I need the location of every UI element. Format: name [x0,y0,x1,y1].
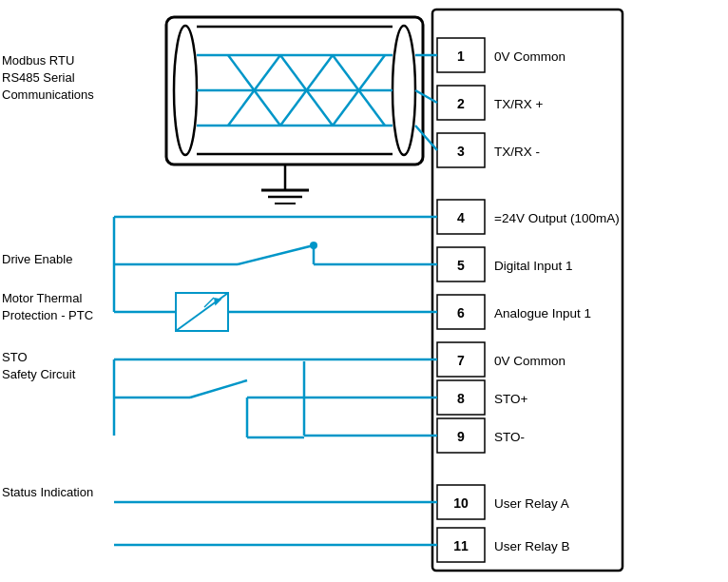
svg-text:1: 1 [457,48,465,64]
status-indication-label: Status Indication [2,485,93,501]
svg-text:TX/RX +: TX/RX + [494,97,544,111]
svg-text:=24V Output (100mA): =24V Output (100mA) [494,211,620,225]
svg-text:3: 3 [457,144,465,159]
svg-text:0V Common: 0V Common [494,354,565,368]
svg-point-36 [393,26,415,155]
svg-text:Analogue Input 1: Analogue Input 1 [494,306,591,320]
svg-line-72 [190,380,247,398]
svg-text:0V Common: 0V Common [494,49,565,64]
drive-enable-label: Drive Enable [2,252,72,268]
svg-text:6: 6 [457,305,465,320]
motor-thermal-label: Motor ThermalProtection - PTC [2,290,93,324]
svg-text:10: 10 [453,495,469,511]
svg-text:User Relay A: User Relay A [494,496,569,511]
svg-text:7: 7 [457,353,465,368]
svg-text:4: 4 [457,210,465,225]
sto-safety-label: STOSafety Circuit [2,349,75,383]
svg-text:TX/RX -: TX/RX - [494,145,540,159]
svg-text:5: 5 [457,258,465,273]
svg-text:STO-: STO- [494,430,525,444]
svg-point-35 [174,26,197,155]
svg-text:11: 11 [453,538,469,553]
svg-text:User Relay B: User Relay B [494,539,570,553]
svg-text:Digital Input 1: Digital Input 1 [494,259,573,273]
modbus-label: Modbus RTURS485 SerialCommunications [2,52,94,105]
diagram-container: 1 2 3 4 5 6 7 8 9 10 11 0V Common TX/RX … [0,0,728,582]
svg-text:9: 9 [457,429,465,444]
svg-line-58 [238,245,314,264]
svg-text:2: 2 [457,96,465,111]
svg-text:STO+: STO+ [494,392,528,406]
svg-text:8: 8 [457,391,465,406]
